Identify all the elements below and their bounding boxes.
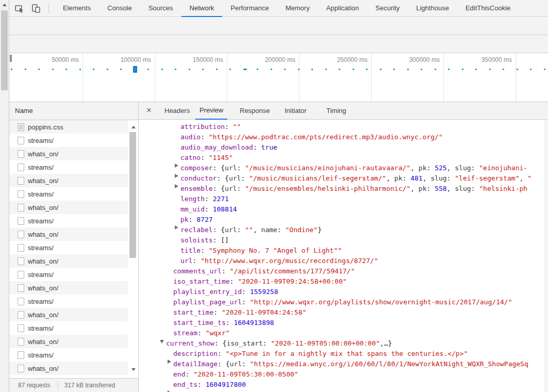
page-scrollbar-thumb[interactable] [1,10,8,90]
tab-security[interactable]: Security [367,0,408,17]
json-line[interactable]: composer: {url: "/music/musicians/einoju… [139,163,544,173]
network-overview[interactable]: 50000 ms100000 ms150000 ms200000 ms25000… [9,53,548,102]
request-row[interactable]: whats_on/ [9,254,128,268]
json-string: "2020-11-09T05:30:00-0500" [193,370,298,378]
doc-file-icon [18,324,24,332]
tab-network[interactable]: Network [181,0,223,17]
doc-file-icon [18,217,24,225]
json-plain: : [197,381,206,388]
doc-file-icon [18,177,24,185]
timeline-dot [120,69,122,70]
json-preview-tree: attribution: ""audio: "https://www.podtr… [139,120,544,392]
request-row[interactable]: whats_on/ [9,281,128,295]
json-key: end_ts [173,381,197,388]
request-name: streams/ [28,351,54,359]
request-row[interactable]: whats_on/ [9,308,128,321]
json-plain: : { [214,339,226,347]
request-name: whats_on/ [28,338,58,346]
request-row[interactable]: whats_on/ [9,147,128,160]
json-string: "/api/list/comments/177/59417/" [230,267,355,275]
request-row[interactable]: streams/ [9,187,128,201]
request-row[interactable]: streams/ [9,241,128,254]
request-row[interactable]: streams/ [9,295,128,308]
request-row[interactable]: whats_on/ [9,227,128,241]
preview-scrollbar[interactable] [544,120,548,392]
json-plain: : { [213,185,225,192]
json-line: iso_start_time: "2020-11-09T09:24:58+00:… [139,276,544,287]
doc-file-icon [18,190,24,198]
request-row[interactable]: streams/ [9,348,128,362]
name-column-header[interactable]: Name [9,102,138,120]
json-plain: : { [213,226,225,234]
tab-application[interactable]: Application [318,0,368,17]
request-row[interactable]: whats_on/ [9,362,128,375]
request-row[interactable]: whats_on/ [9,174,128,187]
json-line[interactable]: current_show: {iso_start: "2020-11-09T05… [139,338,544,349]
json-line[interactable]: detailImage: {url: "https://media.wnyc.o… [139,359,544,369]
json-line[interactable]: ensemble: {url: "/music/ensembles/helsin… [139,184,544,194]
doc-file-icon [18,244,24,252]
json-string: "/music/musicians/leif-segerstam/" [249,174,386,182]
request-row[interactable]: whats_on/ [9,335,128,348]
scroll-up-icon[interactable] [131,126,136,128]
timeline-dot [393,69,395,70]
request-name: whats_on/ [28,311,58,319]
json-key: audio_may_download [180,143,253,151]
request-row[interactable]: streams/ [9,134,128,147]
devtools-tabbar: ElementsConsoleSourcesNetworkPerformance… [9,0,548,17]
preview-pane-tab-headers[interactable]: Headers [160,102,194,120]
inspect-element-icon[interactable] [14,3,25,13]
request-name: poppins.css [28,123,63,131]
json-line[interactable]: conductor: {url: "/music/musicians/leif-… [139,173,544,184]
timeline-dot-selected[interactable] [133,66,137,73]
close-icon[interactable]: × [146,102,152,120]
json-plain: : { [213,164,225,172]
timeline-tick-label: 300000 ms [373,56,440,63]
doc-file-icon [18,298,24,305]
page-scrollbar[interactable] [0,0,9,392]
transferred-size: 317 kB transferred [64,382,115,389]
scroll-down-icon[interactable] [131,368,136,371]
json-line[interactable]: fullImage: {url: "https://media.wnyc.org… [139,390,544,392]
json-key: title [180,247,201,254]
timeline-gridline [371,53,372,102]
request-row[interactable]: streams/ [9,160,128,174]
preview-pane-tab-initiator[interactable]: Initiator [280,102,311,120]
device-toolbar-icon[interactable] [31,3,41,13]
json-string: " [527,174,532,182]
request-row[interactable]: streams/ [9,321,128,335]
scroll-up-icon[interactable] [3,4,7,6]
preview-pane-tab-timing[interactable]: Timing [322,102,351,120]
json-string: "Symphony No. 7 "Angel of Light"" [209,247,342,254]
timeline-tick-label: 50000 ms [12,56,79,63]
json-key: url [180,257,192,265]
tab-performance[interactable]: Performance [222,0,277,17]
preview-pane-tab-preview[interactable]: Preview [195,102,227,120]
json-preview_key: url [225,226,237,234]
timeline-dot [353,69,354,70]
json-number: 1604913898 [234,319,274,326]
json-key: start_time_ts [173,319,226,326]
tab-elements[interactable]: Elements [55,0,99,17]
json-plain: : [201,133,209,141]
tab-memory[interactable]: Memory [277,0,318,17]
requests-count: 87 requests [18,382,51,389]
request-row[interactable]: whats_on/ [9,201,128,214]
json-plain: : [277,226,286,234]
request-row[interactable]: streams/ [9,268,128,281]
timeline-tick-label: 250000 ms [301,56,368,63]
tab-lighthouse[interactable]: Lighthouse [408,0,457,17]
request-row[interactable]: streams/ [9,214,128,227]
tab-sources[interactable]: Sources [140,0,181,17]
preview-pane-tab-response[interactable]: Response [236,102,274,120]
request-rows: poppins.cssstreams/whats_on/streams/what… [9,120,138,378]
tab-console[interactable]: Console [99,0,140,17]
request-row[interactable]: poppins.css [9,120,128,134]
tab-editthiscookie[interactable]: EditThisCookie [457,0,519,17]
request-list-scrollbar-thumb[interactable] [129,132,136,258]
json-line[interactable]: reclabel: {url: "", name: "Ondine"} [139,225,544,235]
timeline-dot [435,69,436,70]
request-name: whats_on/ [28,365,58,372]
json-preview_key: slug [455,164,471,172]
timeline-dot [530,69,532,70]
